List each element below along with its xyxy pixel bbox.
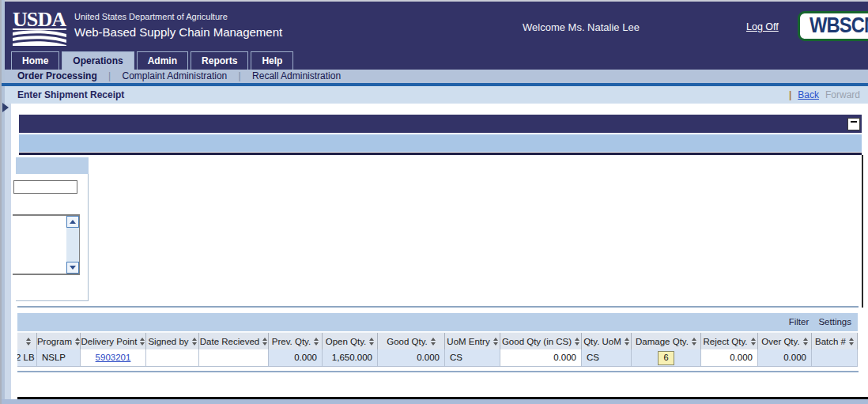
form-listbox[interactable]	[13, 214, 80, 275]
column-header-batch[interactable]: Batch #	[812, 333, 858, 350]
sort-icon	[431, 338, 436, 345]
cell-good-qty: 0.000	[378, 349, 445, 367]
application-name: Web-Based Supply Chain Management	[74, 25, 282, 39]
sort-icon	[75, 338, 80, 345]
sort-icon	[493, 338, 498, 345]
scroll-down-button[interactable]	[66, 262, 79, 274]
log-off-link[interactable]: Log Off	[746, 21, 779, 32]
column-header-over-qty[interactable]: Over Qty.	[758, 333, 812, 350]
subnav-separator: |	[108, 70, 111, 81]
subnav-complaint-administration[interactable]: Complaint Administration	[123, 70, 228, 81]
sort-icon	[803, 338, 808, 345]
grid-bottom-rule	[17, 371, 859, 372]
sort-icon	[575, 338, 579, 345]
cell-uom-entry: CS	[445, 349, 500, 367]
left-panel-strip-inner	[5, 104, 11, 399]
sort-icon	[192, 338, 197, 345]
listbox-scrollbar[interactable]	[66, 216, 79, 274]
column-header-good-qty-in-cs[interactable]: Good Qty (in CS)	[500, 333, 582, 350]
tab-reports[interactable]: Reports	[191, 51, 248, 70]
svg-text:USDA: USDA	[13, 8, 66, 31]
column-header-qty-uom[interactable]: Qty. UoM	[582, 333, 632, 350]
page-title-bar: Enter Shipment Receipt |BackForward	[5, 86, 868, 104]
wbscm-logo: WBSCM	[798, 11, 868, 41]
tab-operations[interactable]: Operations	[62, 51, 134, 70]
cell-material: 2 LB	[17, 349, 37, 367]
minus-icon	[851, 121, 857, 123]
tab-help[interactable]: Help	[251, 51, 293, 70]
subnav-order-processing[interactable]: Order Processing	[17, 70, 97, 81]
scroll-down-icon	[70, 266, 76, 270]
column-header-program[interactable]: Program	[37, 333, 81, 350]
section-subheader-bar	[19, 134, 862, 152]
sort-icon	[314, 338, 319, 345]
sub-nav-bar: Order Processing | Complaint Administrat…	[5, 70, 868, 83]
damage-qty-input[interactable]: 6	[658, 351, 674, 365]
sort-icon	[140, 338, 145, 345]
tab-admin[interactable]: Admin	[137, 51, 188, 70]
column-header-damage-qty[interactable]: Damage Qty.	[632, 333, 701, 350]
subnav-separator: |	[239, 70, 241, 81]
cell-damage-qty: 6	[632, 349, 701, 367]
cell-delivery-point: 5903201	[81, 349, 146, 367]
main-nav-bar: Home Operations Admin Reports Help	[5, 47, 868, 70]
page-title: Enter Shipment Receipt	[17, 89, 124, 100]
column-header-date-received[interactable]: Date Recieved	[199, 333, 269, 350]
bottom-status-bar	[2, 399, 868, 404]
filter-link[interactable]: Filter	[789, 317, 810, 327]
column-header-material[interactable]	[17, 333, 37, 350]
cell-program: NSLP	[37, 349, 81, 367]
column-header-reject-qty[interactable]: Reject Qty.	[701, 333, 758, 350]
subnav-recall-administration[interactable]: Recall Administration	[252, 70, 341, 81]
collapse-section-button[interactable]	[847, 118, 860, 130]
column-header-prev-qty[interactable]: Prev. Qty.	[269, 333, 323, 350]
sort-icon	[692, 338, 696, 345]
settings-link[interactable]: Settings	[818, 317, 851, 327]
cell-date-received[interactable]	[199, 349, 269, 367]
forward-link-disabled: Forward	[825, 89, 860, 100]
column-header-open-qty[interactable]: Open Qty.	[323, 333, 378, 350]
usda-logo-icon: USDA	[13, 8, 68, 46]
sort-icon	[26, 338, 31, 345]
cell-reject-qty[interactable]: 0.000	[701, 349, 758, 367]
content-right-border	[862, 155, 863, 308]
cell-batch	[812, 349, 858, 367]
history-nav: |BackForward	[789, 89, 860, 100]
column-header-delivery-point[interactable]: Delivery Point	[81, 333, 146, 350]
masthead: USDA United States Department of Agricul…	[5, 2, 868, 47]
history-separator: |	[789, 89, 791, 100]
grid-toolbar-links: Filter Settings	[782, 317, 851, 327]
cell-qty-uom: CS	[582, 349, 632, 367]
cell-open-qty: 1,650.000	[323, 349, 378, 367]
wbscm-logo-text: WBSCM	[810, 13, 868, 38]
delivery-point-link[interactable]: 5903201	[96, 353, 131, 362]
expand-nav-panel-arrow-icon[interactable]	[2, 103, 9, 112]
main-nav-tabs: Home Operations Admin Reports Help	[11, 51, 296, 70]
column-header-uom-entry[interactable]: UoM Entry	[445, 333, 500, 350]
scroll-up-button[interactable]	[66, 216, 79, 228]
section-header-bar	[19, 115, 862, 133]
sort-icon	[849, 338, 854, 345]
section-divider-rule	[19, 153, 862, 155]
content-divider-rule	[17, 306, 859, 308]
sort-icon	[625, 338, 629, 345]
grid-header-row: Program Delivery Point Signed by Date Re…	[17, 332, 858, 349]
scroll-up-icon	[70, 220, 76, 224]
sort-icon	[262, 338, 267, 345]
sort-icon	[369, 338, 374, 345]
agency-name: United States Department of Agriculture	[74, 12, 228, 21]
sort-icon	[751, 338, 756, 345]
cell-good-qty-in-cs[interactable]: 0.000	[500, 349, 582, 367]
cell-over-qty: 0.000	[758, 349, 812, 367]
wbscm-application-window: USDA United States Department of Agricul…	[0, 0, 868, 404]
back-link[interactable]: Back	[798, 89, 819, 100]
grid-toolbar: Filter Settings	[17, 313, 858, 331]
tab-home[interactable]: Home	[11, 51, 59, 70]
form-panel-header	[16, 157, 89, 174]
welcome-message: Welcome Ms. Natalie Lee	[523, 21, 640, 33]
column-header-signed-by[interactable]: Signed by	[146, 333, 199, 350]
cell-signed-by[interactable]	[146, 349, 199, 367]
column-header-good-qty[interactable]: Good Qty.	[378, 333, 445, 350]
form-text-input[interactable]	[13, 180, 77, 194]
grid-data-row: 2 LB NSLP 5903201 0.000 1,650.000 0.000 …	[17, 349, 858, 367]
